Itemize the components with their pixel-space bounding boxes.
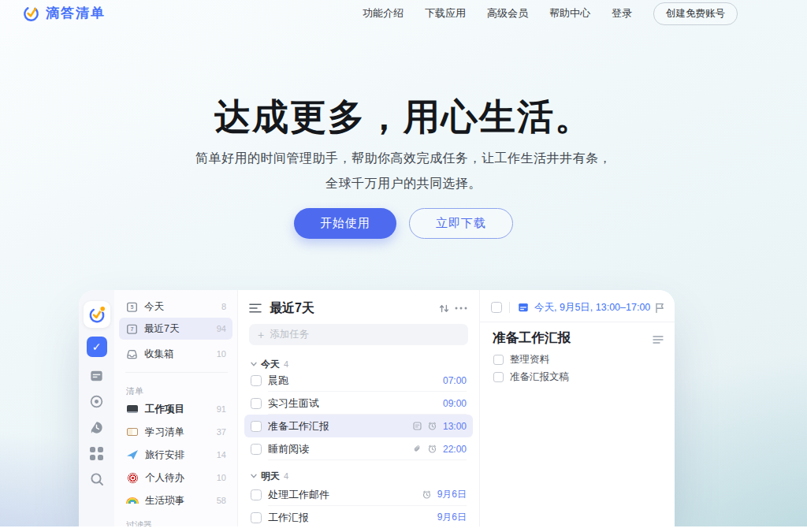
- header-nav: 功能介绍 下载应用 高级会员 帮助中心 登录 创建免费账号: [363, 0, 738, 27]
- rail-pomodoro[interactable]: [79, 394, 114, 409]
- sidebar-item-count: 10: [217, 473, 226, 482]
- task-checkbox[interactable]: [251, 421, 262, 432]
- rail-more-grid[interactable]: [79, 447, 114, 460]
- task-row[interactable]: 晨跑 07:00: [244, 369, 473, 392]
- sidebar-item-label: 收集箱: [144, 348, 217, 361]
- sort-icon: [438, 303, 450, 314]
- detail-task-title[interactable]: 准备工作汇报: [493, 329, 571, 347]
- task-row[interactable]: 实习生面试 09:00: [244, 392, 473, 415]
- plus-icon: +: [258, 329, 264, 341]
- detail-header-divider: [509, 302, 510, 313]
- sidebar-item-next7days[interactable]: 7 最近7天 94: [119, 318, 232, 340]
- sidebar-list-work[interactable]: 工作项目 91: [119, 398, 232, 420]
- task-checkbox[interactable]: [251, 489, 262, 500]
- list-title: 最近7天: [270, 300, 435, 317]
- sidebar-toggle-icon[interactable]: [249, 303, 262, 314]
- hero-title: 达成更多，用心生活。: [0, 93, 807, 142]
- calendar-week-icon: 7: [126, 323, 138, 335]
- task-detail-panel: 今天, 9月5日, 13:00–17:00 准备工作汇报 整理资料 准备汇报文稿: [479, 290, 675, 532]
- task-checkbox[interactable]: [251, 512, 262, 523]
- app-sidebar: 5 今天 8 7 最近7天 94 收集箱 10 清单 工作项目 91: [114, 290, 237, 532]
- task-time: 07:00: [443, 375, 467, 386]
- task-title: 睡前阅读: [268, 442, 407, 456]
- task-row[interactable]: 睡前阅读 22:00: [244, 437, 473, 460]
- subtask-checkbox[interactable]: [493, 372, 504, 382]
- rail-search[interactable]: [79, 471, 114, 487]
- signup-button[interactable]: 创建免费账号: [653, 2, 738, 25]
- sidebar-item-count: 14: [217, 450, 226, 459]
- sidebar-item-count: 58: [217, 496, 226, 505]
- calendar-icon: [89, 368, 104, 383]
- nav-features[interactable]: 功能介绍: [363, 6, 404, 20]
- task-time: 9月6日: [437, 511, 467, 524]
- task-row[interactable]: 处理工作邮件 9月6日: [244, 483, 473, 506]
- sidebar-list-travel[interactable]: 旅行安排 14: [119, 444, 232, 466]
- alarm-icon: [428, 445, 437, 453]
- more-button[interactable]: [452, 299, 470, 317]
- group-tomorrow[interactable]: 明天 4: [251, 470, 288, 482]
- sidebar-list-personal[interactable]: 个人待办 10: [119, 467, 232, 489]
- note-icon: [413, 422, 422, 430]
- svg-text:7: 7: [131, 326, 134, 332]
- target-icon: [126, 471, 139, 484]
- plane-icon: [126, 448, 139, 461]
- sidebar-item-label: 今天: [144, 300, 221, 314]
- task-title: 晨跑: [268, 374, 437, 388]
- attachment-icon: [413, 445, 422, 453]
- task-checkbox[interactable]: [251, 398, 262, 409]
- task-time: 9月6日: [437, 488, 467, 501]
- rail-calendar[interactable]: [79, 368, 114, 383]
- add-task-input[interactable]: + 添加任务: [249, 324, 468, 345]
- detail-checkbox[interactable]: [491, 302, 502, 313]
- hero-buttons: 开始使用 立即下载: [0, 208, 807, 239]
- start-button[interactable]: 开始使用: [294, 208, 396, 239]
- rail-tasks[interactable]: ✓: [79, 337, 114, 357]
- task-time: 09:00: [443, 398, 467, 409]
- task-row-selected[interactable]: 准备工作汇报 13:00: [244, 415, 473, 437]
- sidebar-list-life[interactable]: 生活琐事 58: [119, 489, 232, 512]
- sidebar-item-label: 旅行安排: [145, 448, 217, 462]
- task-time: 22:00: [443, 444, 467, 455]
- brand-wordmark: 滴答清单: [46, 4, 106, 22]
- sidebar-list-study[interactable]: 学习清单 37: [119, 421, 232, 443]
- task-row[interactable]: 工作汇报 9月6日: [244, 506, 473, 529]
- subtask-label: 准备汇报文稿: [510, 370, 569, 384]
- sidebar-item-today[interactable]: 5 今天 8: [119, 296, 232, 318]
- task-checkbox[interactable]: [251, 444, 262, 455]
- rainbow-icon: [126, 494, 139, 507]
- sidebar-item-label: 最近7天: [144, 322, 217, 336]
- priority-flag-button[interactable]: [651, 299, 668, 316]
- sidebar-item-label: 个人待办: [145, 471, 217, 485]
- subtask-row[interactable]: 整理资料: [493, 352, 549, 367]
- nav-help[interactable]: 帮助中心: [549, 6, 590, 20]
- download-button[interactable]: 立即下载: [409, 208, 513, 239]
- book-icon: [126, 426, 139, 438]
- nav-login[interactable]: 登录: [612, 6, 632, 20]
- rail-logo[interactable]: [79, 301, 114, 328]
- calendar-date-icon: [518, 302, 529, 313]
- sidebar-item-inbox[interactable]: 收集箱 10: [119, 343, 232, 365]
- subtask-row[interactable]: 准备汇报文稿: [493, 369, 569, 385]
- subtask-checkbox[interactable]: [493, 355, 504, 365]
- group-label: 明天: [261, 470, 280, 483]
- detail-header: 今天, 9月5日, 13:00–17:00: [480, 297, 675, 318]
- lists-section-label: 清单: [126, 385, 143, 397]
- nav-premium[interactable]: 高级会员: [487, 6, 528, 20]
- sort-button[interactable]: [435, 299, 452, 317]
- alarm-icon: [428, 422, 437, 430]
- rail-habit[interactable]: [79, 420, 114, 435]
- nav-download[interactable]: 下载应用: [425, 6, 466, 20]
- calendar-today-icon: 5: [126, 301, 138, 313]
- detail-date-text[interactable]: 今天, 9月5日, 13:00–17:00: [534, 301, 651, 314]
- task-title: 准备工作汇报: [268, 419, 407, 433]
- task-checkbox[interactable]: [251, 375, 262, 386]
- sidebar-item-count: 91: [217, 404, 226, 414]
- habit-clock-icon: [89, 420, 104, 435]
- detail-menu-button[interactable]: [649, 331, 667, 348]
- brand-logo[interactable]: 滴答清单: [22, 4, 106, 22]
- task-time: 13:00: [443, 421, 467, 432]
- pomodoro-icon: [89, 394, 104, 409]
- detail-divider: [480, 322, 675, 322]
- app-window: ✓: [79, 290, 675, 532]
- page-bottom-strip: [0, 526, 807, 532]
